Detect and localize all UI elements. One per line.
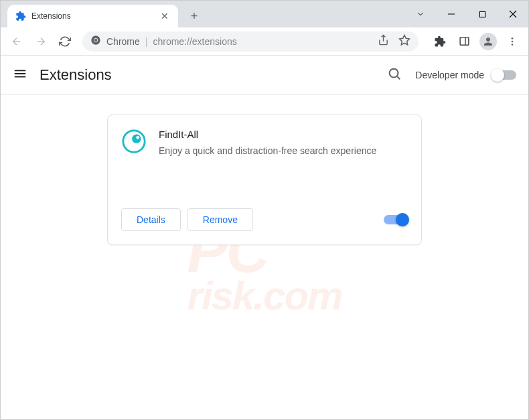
svg-point-6 (94, 38, 98, 42)
extensions-puzzle-icon[interactable] (429, 31, 451, 52)
extensions-header: Extensions Developer mode (1, 56, 528, 94)
page-title: Extensions (40, 66, 387, 84)
extension-card: FindIt-All Enjoy a quick and distraction… (107, 115, 422, 245)
tab-title: Extensions (31, 11, 158, 21)
developer-mode-toggle[interactable] (492, 70, 516, 80)
extensions-content: PC risk.com FindIt-All Enjoy a quick and… (1, 94, 528, 420)
back-button[interactable] (6, 31, 27, 52)
extension-name: FindIt-All (159, 129, 408, 140)
svg-point-11 (512, 40, 514, 42)
profile-avatar[interactable] (477, 31, 499, 52)
window-titlebar: Extensions ✕ + (1, 1, 528, 27)
url-separator: | (145, 36, 148, 47)
address-bar[interactable]: Chrome | chrome://extensions (82, 31, 419, 52)
forward-button[interactable] (30, 31, 52, 52)
share-icon[interactable] (378, 34, 389, 48)
search-icon[interactable] (387, 66, 402, 84)
svg-rect-1 (479, 11, 485, 17)
svg-point-16 (132, 135, 141, 143)
url-text: chrome://extensions (153, 36, 378, 47)
svg-point-13 (390, 68, 398, 77)
svg-rect-8 (460, 38, 469, 45)
extension-enable-toggle[interactable] (384, 215, 408, 224)
svg-point-12 (512, 44, 514, 46)
menu-dots-icon[interactable] (502, 31, 523, 52)
window-controls (410, 1, 528, 27)
close-tab-icon[interactable]: ✕ (158, 9, 171, 23)
extension-app-icon (121, 129, 147, 154)
extension-description: Enjoy a quick and distraction-free searc… (159, 144, 408, 158)
close-window-button[interactable] (498, 1, 528, 27)
extension-puzzle-icon (15, 11, 26, 21)
svg-point-17 (136, 136, 139, 139)
svg-marker-7 (400, 35, 410, 44)
url-prefix: Chrome (106, 36, 140, 47)
plus-icon: + (191, 9, 198, 23)
side-panel-icon[interactable] (453, 31, 475, 52)
browser-tab[interactable]: Extensions ✕ (7, 5, 178, 27)
svg-line-14 (398, 76, 400, 79)
tab-search-button[interactable] (410, 1, 431, 27)
maximize-button[interactable] (467, 1, 498, 27)
developer-mode-label: Developer mode (415, 70, 484, 80)
new-tab-button[interactable]: + (185, 7, 204, 25)
details-button[interactable]: Details (121, 208, 181, 231)
browser-toolbar: Chrome | chrome://extensions (1, 27, 528, 56)
chrome-icon (90, 35, 101, 48)
svg-point-10 (512, 38, 514, 40)
minimize-button[interactable] (436, 1, 467, 27)
remove-button[interactable]: Remove (187, 208, 253, 231)
bookmark-star-icon[interactable] (398, 34, 410, 49)
hamburger-menu-icon[interactable] (13, 66, 27, 84)
reload-button[interactable] (54, 31, 76, 52)
